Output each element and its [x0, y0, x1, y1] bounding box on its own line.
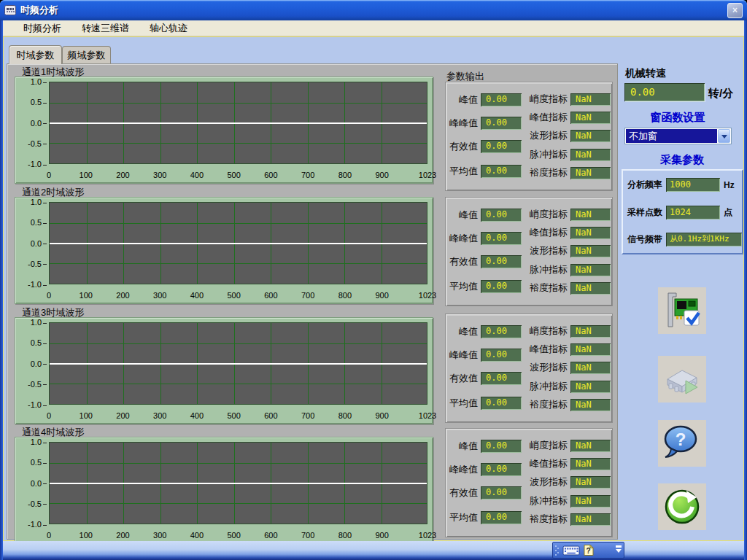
tab-label: 时域参数	[17, 49, 55, 62]
kurtosis-index-label: 峭度指标	[523, 93, 568, 106]
param-group-ch4: 峰值0.00 峰峰值0.00 有效值0.00 平均值0.00 峭度指标NaN 峰…	[445, 428, 613, 537]
daq-config-button[interactable]	[658, 287, 706, 334]
y-tick-label: 0.0	[31, 479, 47, 488]
keyboard-icon[interactable]	[562, 545, 580, 556]
menu-item-zhouxin-guiji[interactable]: 轴心轨迹	[139, 20, 198, 37]
y-tick-label: 0.5	[31, 338, 47, 347]
peak-to-peak-label: 峰峰值	[447, 463, 478, 476]
app-icon	[4, 4, 16, 16]
y-tick-label: 0.5	[31, 98, 47, 106]
impulse-index-value: NaN	[570, 495, 611, 508]
margin-index-value: NaN	[570, 282, 611, 295]
peak-label: 峰值	[447, 209, 478, 222]
margin-index-label: 裕度指标	[523, 398, 568, 411]
x-tick-label: 0	[47, 411, 51, 420]
ime-help-icon[interactable]: ?	[583, 544, 595, 556]
machine-speed-unit: 转/分	[708, 87, 733, 101]
peak-to-peak-value: 0.00	[481, 117, 522, 130]
plot-area	[49, 82, 427, 164]
y-tick-label: -1.0	[28, 520, 47, 529]
x-tick-label: 300	[153, 291, 166, 300]
options-chevron-icon[interactable]	[616, 549, 622, 556]
x-tick-label: 200	[116, 171, 129, 179]
waveform-chart-ch4[interactable]: 1.0 0.5 0.0 -0.5 -1.0	[15, 437, 433, 544]
y-tick-label: 1.0	[31, 318, 47, 327]
machine-speed-label: 机械转速	[625, 67, 666, 80]
zero-signal-line	[50, 122, 427, 124]
impulse-index-value: NaN	[570, 149, 611, 161]
sample-count-input[interactable]: 1024	[666, 206, 720, 219]
margin-index-value: NaN	[570, 167, 611, 179]
y-tick-label: 1.0	[31, 438, 47, 446]
x-tick-label: 900	[375, 531, 388, 540]
shape-index-label: 波形指标	[523, 475, 568, 489]
minimize-icon[interactable]	[616, 545, 622, 548]
x-tick-label: 800	[338, 531, 352, 540]
help-button[interactable]: ?	[658, 420, 706, 467]
kurtosis-index-value: NaN	[570, 325, 611, 338]
language-bar-controls	[616, 545, 622, 556]
x-tick-label: 600	[264, 291, 277, 300]
waveform-chart-ch3[interactable]: 1.0 0.5 0.0 -0.5 -1.0	[15, 317, 433, 424]
mean-label: 平均值	[447, 397, 478, 410]
y-tick-label: -0.5	[28, 499, 47, 508]
mean-value: 0.00	[481, 511, 522, 524]
close-icon: ×	[732, 5, 738, 15]
app-window: 时频分析 × 时频分析 转速三维谱 轴心轨迹 时域参数 频域参数 通道1时域波形…	[0, 0, 747, 560]
tab-freq-domain[interactable]: 频域参数	[62, 46, 111, 64]
svg-text:?: ?	[586, 547, 590, 555]
window-function-dropdown[interactable]: 不加窗	[624, 128, 732, 144]
mean-value: 0.00	[481, 165, 522, 178]
shape-index-label: 波形指标	[523, 244, 568, 257]
chip-play-icon	[662, 359, 703, 400]
close-button[interactable]: ×	[727, 3, 743, 18]
x-axis: 0 100 200 300 400 500 600 700 800 900 10…	[49, 529, 427, 542]
chevron-down-icon[interactable]	[718, 129, 730, 143]
plot-area	[49, 322, 427, 405]
y-tick-label: -1.0	[28, 280, 47, 289]
peak-value: 0.00	[481, 209, 522, 222]
x-tick-label: 700	[301, 291, 314, 300]
crest-index-label: 峰值指标	[523, 457, 568, 470]
impulse-index-label: 脉冲指标	[523, 494, 568, 508]
x-tick-label: 100	[80, 411, 93, 420]
menu-item-shipin-fenxi[interactable]: 时频分析	[13, 20, 71, 37]
analysis-freq-input[interactable]: 1000	[666, 178, 720, 192]
refresh-button[interactable]	[658, 483, 706, 530]
rms-value: 0.00	[481, 140, 522, 153]
tab-time-domain[interactable]: 时域参数	[9, 45, 62, 64]
x-tick-label: 100	[80, 171, 93, 179]
acquisition-params-label: 采集参数	[621, 153, 743, 167]
impulse-index-value: NaN	[570, 264, 611, 276]
y-tick-label: 0.5	[31, 218, 47, 227]
plot-area	[49, 442, 427, 524]
x-tick-label: 200	[116, 291, 129, 300]
rms-value: 0.00	[481, 486, 522, 499]
peak-value: 0.00	[481, 93, 522, 106]
x-tick-label: 300	[153, 531, 166, 540]
menu-item-zhuansu-sanweipu[interactable]: 转速三维谱	[71, 20, 139, 37]
waveform-chart-ch2[interactable]: 1.0 0.5 0.0 -0.5 -1.0	[15, 197, 433, 304]
x-tick-label: 900	[375, 411, 388, 420]
x-tick-label: 1023	[419, 291, 436, 300]
title-bar[interactable]: 时频分析 ×	[0, 0, 747, 20]
x-tick-label: 400	[190, 291, 204, 300]
x-axis: 0 100 200 300 400 500 600 700 800 900 10…	[49, 409, 427, 422]
x-tick-label: 500	[227, 411, 240, 420]
x-tick-label: 900	[375, 171, 388, 179]
signal-band-label: 信号频带	[627, 233, 662, 246]
x-tick-label: 600	[264, 171, 277, 179]
drag-handle-icon[interactable]	[554, 544, 560, 557]
shape-index-value: NaN	[570, 130, 611, 142]
margin-index-value: NaN	[570, 513, 611, 526]
zero-signal-line	[50, 363, 427, 365]
peak-label: 峰值	[447, 440, 478, 453]
language-bar[interactable]: ?	[552, 542, 624, 559]
kurtosis-index-label: 峭度指标	[523, 208, 568, 221]
x-tick-label: 600	[264, 531, 277, 540]
hgrid-line	[50, 143, 427, 144]
y-axis: 1.0 0.5 0.0 -0.5 -1.0	[15, 442, 47, 524]
run-device-button-disabled[interactable]	[658, 356, 706, 402]
waveform-chart-ch1[interactable]: 1.0 0.5 0.0 -0.5 -1.0	[15, 77, 433, 184]
crest-index-value: NaN	[570, 343, 611, 356]
